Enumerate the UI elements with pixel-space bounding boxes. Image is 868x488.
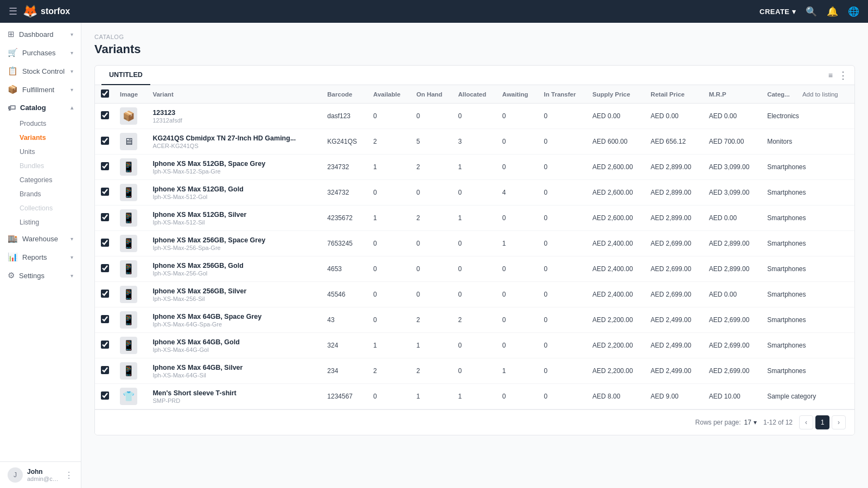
sidebar-sub-variants[interactable]: Variants bbox=[20, 131, 81, 145]
row-checkbox[interactable] bbox=[101, 162, 109, 170]
row-checkbox[interactable] bbox=[101, 366, 109, 374]
row-category: Smartphones bbox=[762, 231, 854, 256]
prev-page-button[interactable]: ‹ bbox=[799, 415, 813, 429]
table-row: 🖥 KG241QS Cbmidpx TN 27-Inch HD Gaming..… bbox=[95, 129, 854, 155]
row-awaiting: 0 bbox=[497, 155, 539, 180]
sidebar-item-catalog-label: Catalog bbox=[20, 104, 46, 112]
row-variant-cell: Iphone XS Max 512GB, Silver Iph-XS-Max-5… bbox=[147, 206, 322, 231]
row-supply-price: AED 600.00 bbox=[587, 129, 645, 155]
row-awaiting: 0 bbox=[497, 256, 539, 282]
row-awaiting: 0 bbox=[497, 333, 539, 358]
row-available: 0 bbox=[368, 384, 411, 409]
product-thumbnail: 📱 bbox=[120, 311, 137, 329]
sidebar-sub-categories[interactable]: Categories bbox=[20, 173, 81, 187]
row-in-transfer: 0 bbox=[539, 129, 587, 155]
sidebar-sub-bundles[interactable]: Bundles bbox=[20, 159, 81, 173]
globe-icon[interactable]: 🌐 bbox=[848, 6, 859, 17]
product-thumbnail: 📱 bbox=[120, 158, 137, 176]
sidebar-sub-collections[interactable]: Collections bbox=[20, 201, 81, 215]
row-allocated: 0 bbox=[452, 333, 496, 358]
row-variant-cell: Iphone XS Max 256GB, Gold Iph-XS-Max-256… bbox=[147, 256, 322, 282]
row-checkbox[interactable] bbox=[101, 188, 109, 196]
top-navigation: ☰ 🦊 storfox CREATE ▾ 🔍 🔔 🌐 bbox=[0, 0, 868, 23]
row-mrp: AED 0.00 bbox=[704, 282, 762, 307]
sidebar-item-reports[interactable]: 📊 Reports ▾ bbox=[0, 248, 81, 266]
hamburger-icon[interactable]: ☰ bbox=[9, 5, 17, 17]
sidebar-item-purchases[interactable]: 🛒 Purchases ▾ bbox=[0, 43, 81, 62]
create-button[interactable]: CREATE ▾ bbox=[760, 8, 796, 16]
filter-icon[interactable]: ≡ bbox=[828, 71, 833, 80]
row-in-transfer: 0 bbox=[539, 358, 587, 384]
row-on-hand: 0 bbox=[411, 282, 452, 307]
next-page-button[interactable]: › bbox=[832, 415, 846, 429]
row-variant-cell: Men's Short sleeve T-shirt SMP-PRD bbox=[147, 384, 322, 409]
row-checkbox-cell bbox=[95, 333, 114, 358]
sidebar-sub-listing[interactable]: Listing bbox=[20, 215, 81, 229]
sidebar-item-fulfillment[interactable]: 📦 Fulfillment ▾ bbox=[0, 80, 81, 99]
sidebar-sub-brands[interactable]: Brands bbox=[20, 187, 81, 201]
row-retail-price: AED 2,499.00 bbox=[645, 358, 703, 384]
sidebar-item-catalog[interactable]: 🏷 Catalog ▴ bbox=[0, 99, 81, 117]
row-mrp: AED 10.00 bbox=[704, 384, 762, 409]
row-barcode: 324 bbox=[322, 333, 368, 358]
row-on-hand: 0 bbox=[411, 180, 452, 206]
variant-name: Iphone XS Max 64GB, Gold bbox=[152, 338, 316, 346]
row-retail-price: AED 0.00 bbox=[645, 104, 703, 129]
row-checkbox[interactable] bbox=[101, 137, 109, 145]
add-to-listing-link[interactable]: Add to listing bbox=[802, 91, 838, 98]
col-awaiting: Awaiting bbox=[497, 85, 539, 104]
product-thumbnail: 🖥 bbox=[120, 133, 137, 150]
search-icon[interactable]: 🔍 bbox=[806, 6, 817, 17]
row-in-transfer: 0 bbox=[539, 104, 587, 129]
variant-sku: Iph-XS-Max-64G-Spa-Gre bbox=[152, 321, 316, 328]
row-category: Smartphones bbox=[762, 256, 854, 282]
more-options-icon[interactable]: ⋮ bbox=[838, 69, 848, 81]
row-on-hand: 2 bbox=[411, 307, 452, 333]
product-thumbnail: 📱 bbox=[120, 286, 137, 303]
tab-untitled[interactable]: UNTITLED bbox=[101, 66, 150, 85]
sidebar-sub-units[interactable]: Units bbox=[20, 145, 81, 159]
row-in-transfer: 0 bbox=[539, 231, 587, 256]
row-awaiting: 4 bbox=[497, 180, 539, 206]
page-1-button[interactable]: 1 bbox=[815, 415, 829, 429]
row-checkbox[interactable] bbox=[101, 290, 109, 298]
table-row: 📱 Iphone XS Max 512GB, Space Grey Iph-XS… bbox=[95, 155, 854, 180]
row-checkbox[interactable] bbox=[101, 315, 109, 323]
rows-per-page-select[interactable]: 17 ▾ bbox=[744, 419, 757, 426]
variant-name: Iphone XS Max 64GB, Silver bbox=[152, 364, 316, 371]
sidebar-sub-products[interactable]: Products bbox=[20, 117, 81, 131]
sidebar-item-stock-control[interactable]: 📋 Stock Control ▾ bbox=[0, 62, 81, 80]
variant-sku: Iph-XS-Max-64G-Gol bbox=[152, 346, 316, 353]
table-tabs: UNTITLED ≡ ⋮ bbox=[95, 66, 854, 85]
sidebar-item-dashboard[interactable]: ⊞ Dashboard ▾ bbox=[0, 25, 81, 43]
select-all-checkbox[interactable] bbox=[101, 89, 109, 98]
row-available: 2 bbox=[368, 358, 411, 384]
row-on-hand: 0 bbox=[411, 231, 452, 256]
row-checkbox[interactable] bbox=[101, 391, 109, 400]
row-image-cell: 📱 bbox=[114, 256, 147, 282]
product-thumbnail: 📱 bbox=[120, 184, 137, 201]
dashboard-icon: ⊞ bbox=[8, 29, 15, 39]
row-mrp: AED 3,099.00 bbox=[704, 180, 762, 206]
row-barcode: 324732 bbox=[322, 180, 368, 206]
row-checkbox[interactable] bbox=[101, 264, 109, 272]
row-category: Sample category bbox=[762, 384, 854, 409]
main-area: CATALOG Variants UNTITLED ≡ ⋮ bbox=[81, 23, 868, 488]
row-available: 2 bbox=[368, 129, 411, 155]
row-available: 0 bbox=[368, 307, 411, 333]
notification-icon[interactable]: 🔔 bbox=[827, 6, 838, 17]
sidebar-item-settings[interactable]: ⚙ Settings ▾ bbox=[0, 266, 81, 285]
row-available: 0 bbox=[368, 104, 411, 129]
row-in-transfer: 0 bbox=[539, 282, 587, 307]
row-allocated: 0 bbox=[452, 104, 496, 129]
row-image-cell: 🖥 bbox=[114, 129, 147, 155]
row-checkbox[interactable] bbox=[101, 239, 109, 247]
row-checkbox[interactable] bbox=[101, 111, 109, 119]
table-row: 📱 Iphone XS Max 64GB, Gold Iph-XS-Max-64… bbox=[95, 333, 854, 358]
user-more-icon[interactable]: ⋮ bbox=[65, 470, 73, 480]
row-checkbox[interactable] bbox=[101, 341, 109, 349]
row-checkbox[interactable] bbox=[101, 213, 109, 221]
row-checkbox-cell bbox=[95, 307, 114, 333]
row-barcode: 234732 bbox=[322, 155, 368, 180]
sidebar-item-warehouse[interactable]: 🏬 Warehouse ▾ bbox=[0, 229, 81, 248]
